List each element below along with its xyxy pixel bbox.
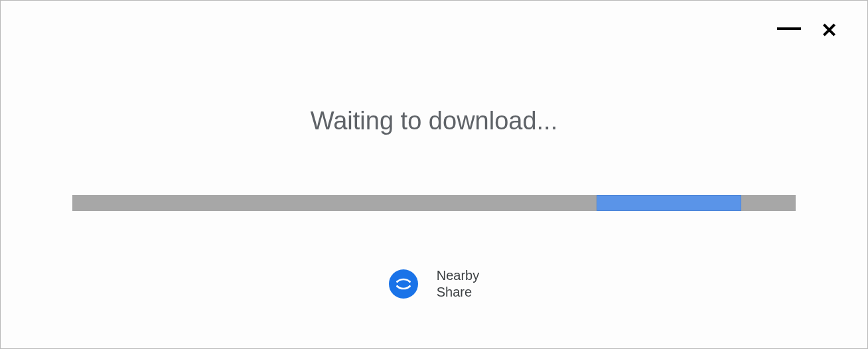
close-button[interactable]: ✕ (821, 21, 837, 40)
nearby-share-icon (389, 269, 418, 299)
nearby-label-line2: Share (437, 284, 479, 301)
progress-indicator (597, 195, 741, 211)
nearby-share-footer: Nearby Share (389, 267, 479, 301)
status-text: Waiting to download... (311, 107, 557, 135)
svg-point-3 (409, 285, 411, 287)
nearby-label-line1: Nearby (437, 267, 479, 284)
installer-window: — ✕ Waiting to download... Nearby Share (0, 0, 868, 349)
minimize-button[interactable]: — (777, 15, 801, 40)
progress-bar (72, 195, 796, 211)
svg-point-2 (396, 285, 398, 287)
titlebar: — ✕ (777, 1, 867, 40)
svg-point-1 (409, 281, 411, 283)
content-area: Waiting to download... Nearby Share (1, 1, 867, 348)
svg-point-0 (396, 281, 398, 283)
nearby-share-label: Nearby Share (437, 267, 479, 301)
